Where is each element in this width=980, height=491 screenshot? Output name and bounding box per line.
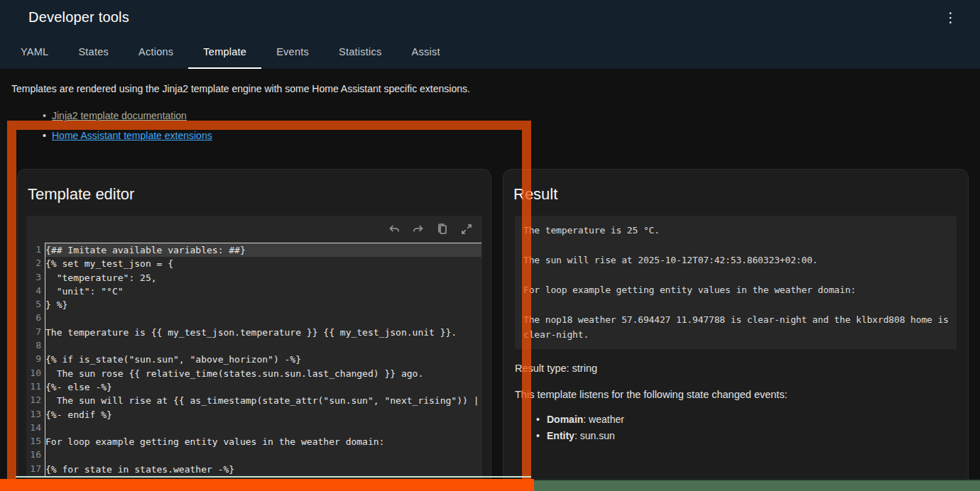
doc-link-item: Home Assistant template extensions: [11, 128, 969, 143]
line-number: 6: [26, 311, 41, 324]
line-number: 17: [26, 462, 41, 475]
line-number: 12: [26, 393, 41, 407]
code-line[interactable]: For loop example getting entity values i…: [45, 435, 481, 448]
code-line[interactable]: {% if is_state("sun.sun", "above_horizon…: [45, 353, 481, 366]
code-line[interactable]: [45, 448, 481, 462]
code-area[interactable]: 1234567891011121314151617 {## Imitate av…: [26, 243, 482, 476]
code-line[interactable]: [45, 421, 481, 435]
template-editor-card: Template editor 123456789101112131415161…: [17, 169, 491, 491]
undo-icon[interactable]: [387, 222, 401, 236]
result-title: Result: [503, 170, 968, 204]
code-line[interactable]: } %}: [45, 298, 481, 311]
code-line[interactable]: The sun rose {{ relative_time(states.sun…: [45, 367, 481, 380]
kebab-menu-icon[interactable]: ⋮: [938, 8, 963, 27]
code-editor[interactable]: 1234567891011121314151617 {## Imitate av…: [26, 216, 482, 491]
intro-text: Templates are rendered using the Jinja2 …: [11, 83, 969, 94]
tab-events[interactable]: Events: [261, 34, 324, 69]
line-number: 10: [26, 366, 41, 380]
line-number: 3: [26, 270, 41, 284]
tab-statistics[interactable]: Statistics: [324, 34, 397, 69]
line-number: 15: [26, 434, 41, 448]
code-line[interactable]: {%- endif %}: [45, 408, 481, 421]
result-body: The temperature is 25 °C. The sun will r…: [503, 216, 968, 444]
editor-toolbar: [26, 216, 482, 243]
line-number: 9: [26, 352, 41, 365]
doc-link-1[interactable]: Home Assistant template extensions: [52, 130, 212, 141]
code-line[interactable]: {% set my_test_json = {: [45, 257, 481, 270]
line-number: 13: [26, 407, 41, 421]
copy-icon[interactable]: [435, 222, 450, 236]
tab-bar: YAMLStatesActionsTemplateEventsStatistic…: [0, 34, 980, 69]
code-line[interactable]: [45, 311, 481, 325]
redo-icon[interactable]: [411, 222, 425, 236]
event-item: Domain: weather: [515, 412, 957, 428]
template-editor-title: Template editor: [18, 170, 491, 204]
doc-link-item: Jinja2 template documentation: [11, 109, 969, 123]
doc-link-0[interactable]: Jinja2 template documentation: [52, 110, 187, 121]
line-number: 1: [26, 243, 41, 256]
line-number: 11: [26, 380, 41, 393]
bottom-bar-orange: [0, 479, 534, 491]
line-number: 5: [26, 297, 41, 311]
app-header: Developer tools ⋮: [0, 0, 980, 34]
bottom-bar-green: [534, 479, 980, 491]
line-number: 7: [26, 325, 41, 338]
code-content[interactable]: {## Imitate available variables: ##}{% s…: [45, 243, 481, 476]
code-line[interactable]: [45, 339, 481, 353]
line-number: 8: [26, 338, 41, 352]
result-listens-text: This template listens for the following …: [515, 389, 957, 400]
tab-template[interactable]: Template: [188, 34, 261, 69]
code-line[interactable]: "temperature": 25,: [45, 271, 481, 285]
code-line[interactable]: {%- else -%}: [45, 380, 481, 394]
tab-yaml[interactable]: YAML: [6, 34, 63, 69]
intro-section: Templates are rendered using the Jinja2 …: [0, 69, 980, 143]
code-line[interactable]: The sun will rise at {{ as_timestamp(sta…: [45, 394, 481, 407]
code-line[interactable]: {## Imitate available variables: ##}: [45, 243, 481, 257]
code-line[interactable]: {% for state in states.weather -%}: [45, 463, 481, 476]
result-card: Result The temperature is 25 °C. The sun…: [503, 169, 969, 491]
line-number: 14: [26, 421, 41, 434]
tab-assist[interactable]: Assist: [397, 34, 455, 69]
event-item: Entity: sun.sun: [515, 428, 957, 444]
line-number: 4: [26, 284, 41, 297]
doc-links-list: Jinja2 template documentationHome Assist…: [11, 109, 969, 143]
event-list: Domain: weatherEntity: sun.sun: [515, 412, 957, 444]
line-number: 2: [26, 256, 41, 270]
editor-bottom-line: [16, 476, 531, 478]
result-type: Result type: string: [515, 363, 957, 374]
expand-icon[interactable]: [459, 222, 474, 236]
tab-states[interactable]: States: [63, 34, 124, 69]
result-output: The temperature is 25 °C. The sun will r…: [515, 216, 957, 349]
page-title: Developer tools: [28, 9, 938, 26]
cards-row: Template editor 123456789101112131415161…: [17, 169, 969, 491]
code-line[interactable]: "unit": "°C": [45, 285, 481, 298]
tab-actions[interactable]: Actions: [124, 34, 188, 69]
line-number-gutter: 1234567891011121314151617: [26, 243, 45, 476]
line-number: 16: [26, 448, 41, 461]
code-line[interactable]: The temperature is {{ my_test_json.tempe…: [45, 326, 481, 339]
